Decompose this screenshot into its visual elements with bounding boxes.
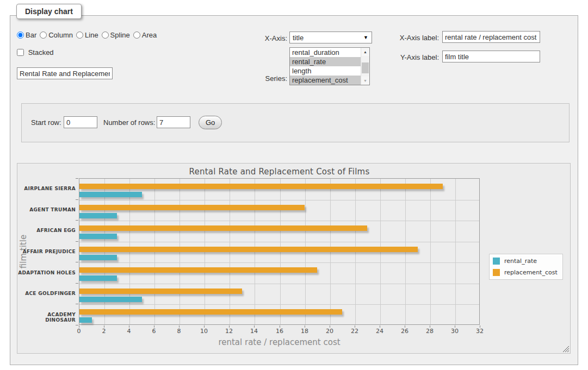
chart-type-option-spline[interactable]: Spline	[102, 31, 130, 39]
chart-type-option-area[interactable]: Area	[133, 31, 157, 39]
legend-entry-rental_rate: rental_rate	[493, 257, 558, 265]
bar-replacement_cost-ace-goldfinger	[79, 289, 242, 294]
scroll-up-icon[interactable]: ▲	[361, 48, 369, 56]
legend-entry-replacement_cost: replacement_cost	[493, 268, 558, 277]
x-tick-label: 4	[121, 328, 137, 335]
resize-handle-icon[interactable]	[562, 345, 569, 352]
legend-swatch-rental_rate	[493, 258, 500, 265]
bar-rental_rate-agent-truman	[79, 213, 117, 218]
stacked-option[interactable]: Stacked	[17, 48, 54, 57]
x-tick-label: 26	[397, 328, 413, 335]
category-label: ACE GOLDFINGER	[17, 291, 76, 296]
chart-type-label: Area	[142, 31, 157, 39]
chart-type-label: Bar	[26, 31, 36, 39]
chart-type-option-line[interactable]: Line	[76, 31, 98, 39]
chart-type-radio-spline[interactable]	[102, 32, 109, 39]
series-multiselect[interactable]: rental_durationrental_ratelengthreplacem…	[289, 47, 370, 85]
series-list-label: Series:	[259, 74, 287, 83]
legend-swatch-replacement_cost	[493, 269, 500, 276]
series-scrollbar[interactable]: ▲ ▼	[361, 48, 369, 85]
chevron-down-icon: ▼	[363, 35, 368, 40]
x-tick-label: 0	[71, 328, 87, 335]
category-label: ACADEMY DINOSAUR	[17, 312, 76, 323]
chart-type-label: Spline	[110, 31, 130, 39]
x-tick-label: 2	[96, 328, 112, 335]
chart-type-radio-bar[interactable]	[17, 32, 24, 39]
number-of-rows-input[interactable]	[157, 116, 190, 128]
series-option-rental_rate[interactable]: rental_rate	[290, 57, 361, 66]
x-tick-label: 24	[372, 328, 388, 335]
x-axis-select-label: X-Axis:	[259, 34, 287, 42]
chart-title: Rental Rate and Replacement Cost of Film…	[79, 167, 480, 177]
chart-type-radio-group: BarColumnLineSplineArea	[17, 31, 160, 39]
chart-type-option-bar[interactable]: Bar	[17, 31, 36, 39]
bar-rental_rate-affair-prejudice	[79, 255, 117, 260]
category-label: AFRICAN EGG	[17, 228, 76, 233]
gridline-vertical	[455, 179, 456, 324]
x-axis-selected-value: title	[293, 34, 304, 42]
scrollbar-thumb[interactable]	[362, 62, 369, 73]
bar-replacement_cost-airplane-sierra	[79, 184, 443, 189]
bar-replacement_cost-african-egg	[79, 225, 367, 231]
x-tick-label: 10	[196, 328, 212, 335]
legend-label: rental_rate	[504, 258, 537, 265]
category-label: AFFAIR PREJUDICE	[17, 249, 76, 254]
go-button[interactable]: Go	[199, 116, 222, 129]
chart-container: Rental Rate and Replacement Cost of Film…	[17, 163, 571, 354]
x-axis-label-label: X-Axis label:	[392, 34, 439, 42]
y-tick-mark	[76, 220, 78, 221]
chart-legend: rental_ratereplacement_cost	[489, 254, 563, 280]
series-option-length[interactable]: length	[290, 66, 361, 76]
y-tick-mark	[76, 199, 78, 200]
scroll-down-icon[interactable]: ▼	[361, 77, 369, 85]
bar-rental_rate-academy-dinosaur	[79, 317, 92, 323]
bar-replacement_cost-agent-truman	[79, 205, 305, 210]
bar-rental_rate-adaptation-holes	[79, 275, 117, 281]
series-option-rental_duration[interactable]: rental_duration	[290, 48, 361, 57]
x-tick-label: 32	[472, 328, 488, 335]
y-tick-mark	[76, 262, 78, 262]
x-tick-label: 8	[171, 328, 187, 335]
y-tick-mark	[76, 304, 78, 304]
series-option-replacement_cost[interactable]: replacement_cost	[290, 76, 361, 85]
chart-type-radio-column[interactable]	[40, 32, 47, 39]
chart-type-label: Line	[85, 31, 98, 39]
chart-title-input[interactable]	[17, 67, 113, 79]
x-tick-label: 16	[271, 328, 288, 335]
chart-plot-area	[79, 178, 480, 325]
panel-title: Display chart	[16, 4, 82, 19]
y-axis-label-label: Y-Axis label:	[392, 53, 439, 61]
number-of-rows-label: Number of rows:	[103, 118, 155, 127]
y-tick-mark	[76, 325, 78, 325]
stacked-checkbox[interactable]	[17, 49, 24, 56]
gridline-horizontal	[79, 221, 479, 221]
chart-type-radio-area[interactable]	[133, 32, 140, 39]
bar-rental_rate-ace-goldfinger	[79, 297, 142, 302]
bar-replacement_cost-affair-prejudice	[79, 247, 418, 252]
x-tick-label: 18	[296, 328, 313, 335]
bar-replacement_cost-adaptation-holes	[79, 267, 317, 273]
y-tick-mark	[76, 178, 78, 179]
bar-replacement_cost-academy-dinosaur	[79, 309, 342, 315]
category-label: ADAPTATION HOLES	[17, 270, 76, 275]
start-row-input[interactable]	[64, 116, 97, 128]
x-axis-label-input[interactable]	[442, 31, 540, 43]
x-tick-label: 20	[321, 328, 338, 335]
display-chart-panel: Display chart BarColumnLineSplineArea St…	[10, 15, 578, 365]
gridline-horizontal	[79, 242, 479, 242]
chart-x-axis-title: rental rate / replacement cost	[79, 337, 480, 347]
category-label: AGENT TRUMAN	[17, 207, 76, 212]
chart-type-option-column[interactable]: Column	[40, 31, 73, 39]
gridline-vertical	[430, 179, 431, 324]
x-axis-select[interactable]: title ▼	[289, 32, 372, 43]
x-tick-label: 6	[146, 328, 162, 335]
x-tick-label: 14	[246, 328, 262, 335]
x-tick-label: 22	[346, 328, 363, 335]
y-axis-label-input[interactable]	[442, 51, 540, 62]
chart-type-radio-line[interactable]	[76, 32, 83, 39]
gridline-horizontal	[79, 304, 479, 305]
start-row-label: Start row:	[31, 118, 61, 127]
row-controls-box: Start row: Number of rows: Go	[21, 103, 570, 142]
y-tick-mark	[76, 241, 78, 242]
gridline-horizontal	[79, 200, 479, 200]
